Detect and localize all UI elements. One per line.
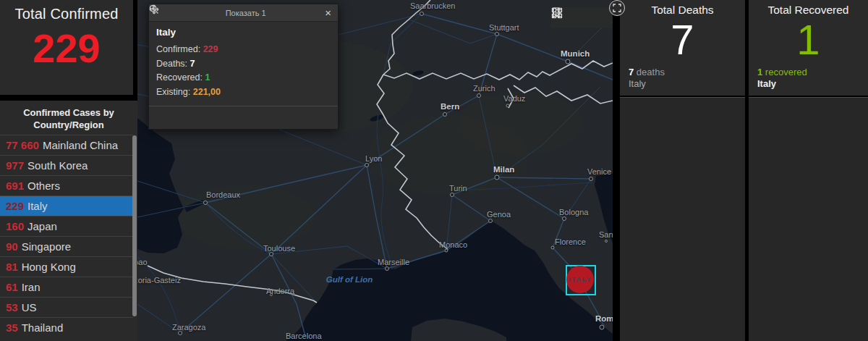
country-confirmed-count: 90 [6, 240, 18, 253]
popup-stat-row: Existing: 221,00 [156, 85, 331, 100]
country-list-item[interactable]: 53 US [0, 297, 133, 317]
country-name: Others [27, 180, 60, 192]
popup-body: Italy Confirmed: 229 Deaths: 7 Recovered… [149, 22, 338, 106]
list-header-line1: Confirmed Cases by [0, 106, 137, 119]
map-canvas[interactable]: SaarbruckenStuttgartMunichZurichVaduzBer… [137, 0, 613, 341]
city-label: Turin [449, 184, 467, 193]
country-confirmed-count: 35 [6, 321, 18, 334]
country-list-item[interactable]: 35 Thailand [0, 317, 133, 337]
sea-label: Gulf of Lion [320, 275, 378, 285]
country-list-item[interactable]: 90 Singapore [0, 236, 133, 256]
country-name: Japan [27, 220, 57, 232]
deaths-region: Italy [629, 78, 665, 90]
total-recovered-title: Total Recovered [749, 4, 868, 17]
popup-stat-row: Confirmed: 229 [156, 43, 331, 57]
country-name: Singapore [22, 240, 71, 253]
city-label: Vitoria-Gasteiz [137, 276, 181, 285]
stat-value: 1 [205, 72, 210, 83]
country-list-item[interactable]: 977 South Korea [0, 155, 133, 175]
basemap-grid-icon[interactable] [595, 11, 609, 25]
country-confirmed-count: 53 [6, 301, 18, 313]
city-label: Milan [493, 165, 514, 174]
country-name: US [22, 301, 37, 313]
country-confirmed-count: 691 [6, 180, 24, 192]
country-confirmed-count: 977 [6, 159, 24, 172]
recovered-sub-label: recovered [765, 67, 807, 77]
city-label: Saarbrucken [410, 1, 455, 10]
country-list-item[interactable]: 81 Hong Kong [0, 256, 133, 277]
legend-icon[interactable] [574, 11, 589, 25]
city-label: Marseille [378, 258, 409, 266]
italy-case-marker[interactable]: ITALY [566, 266, 594, 293]
city-label: Bordeaux [206, 190, 240, 199]
country-list-item[interactable]: 691 Others [0, 175, 133, 195]
stat-label: Existing: [156, 87, 190, 97]
city-label: Rome [595, 314, 613, 323]
deaths-sub-label: deaths [637, 67, 665, 77]
total-deaths-value: 7 [620, 18, 745, 62]
country-confirmed-count: 77 660 [6, 139, 39, 151]
recovered-region: Italy [757, 78, 807, 90]
total-deaths-title: Total Deaths [620, 4, 745, 17]
list-header: Confirmed Cases by Country/Region [0, 101, 137, 131]
stat-value: 229 [203, 44, 218, 54]
country-confirmed-count: 61 [6, 281, 18, 293]
expand-arrows-icon[interactable] [609, 0, 625, 16]
city-label: Andorra [266, 287, 294, 295]
confirmed-cases-list-panel: Confirmed Cases by Country/Region 77 660… [0, 101, 137, 341]
country-list-item[interactable]: 229 Italy [0, 195, 133, 216]
city-label: Monaco [439, 240, 467, 249]
popup-stats: Confirmed: 229 Deaths: 7 Recovered: 1 Ex… [156, 43, 331, 99]
map-popup: Показать 1 × Italy Confirmed: 229 Deaths… [148, 4, 339, 130]
list-header-line2: Country/Region [0, 119, 137, 131]
stat-label: Recovered: [156, 72, 203, 83]
selection-box: ITALY [566, 265, 596, 295]
country-name: Iran [22, 281, 41, 293]
total-recovered-value: 1 [749, 18, 868, 62]
city-label: Barcelona [286, 332, 322, 340]
country-name: Mainland China [43, 139, 118, 151]
total-confirmed-value: 229 [0, 28, 133, 69]
city-label: Genoa [487, 210, 511, 219]
total-recovered-panel: Total Recovered 1 1 recovered Italy [749, 0, 868, 96]
country-name: Italy [27, 200, 48, 212]
country-confirmed-count: 160 [6, 220, 24, 232]
close-icon[interactable]: × [318, 4, 338, 21]
country-list-item[interactable]: 61 Iran [0, 277, 133, 297]
move-pan-icon[interactable] [155, 110, 171, 126]
recovered-breakdown: 1 recovered Italy [757, 67, 807, 90]
country-confirmed-count: 229 [6, 200, 24, 212]
city-label: Stuttgart [489, 23, 519, 32]
stat-label: Deaths: [156, 59, 187, 69]
stat-value: 7 [190, 59, 195, 69]
zoom-to-icon[interactable] [178, 110, 194, 126]
marker-label: ITALY [569, 276, 592, 283]
city-label: Munich [561, 49, 590, 58]
map-toolbar [551, 7, 612, 28]
deaths-sub-value: 7 [629, 67, 634, 77]
city-label: Bologna [559, 208, 588, 216]
city-label: Lyon [365, 154, 382, 163]
country-list: 77 660 Mainland China 977 South Korea 69… [0, 135, 133, 337]
deaths-lower-panel [620, 97, 745, 341]
dashboard: Total Confirmed 229 Confirmed Cases by C… [0, 0, 868, 341]
city-label: Florence [555, 237, 586, 246]
city-label: Bilbao [137, 258, 148, 266]
country-name: Thailand [22, 321, 64, 334]
country-confirmed-count: 81 [6, 261, 18, 273]
total-confirmed-panel: Total Confirmed 229 [0, 0, 133, 95]
country-name: South Korea [27, 159, 88, 172]
deaths-breakdown: 7 deaths Italy [629, 67, 665, 90]
city-label: Venice [587, 167, 611, 176]
list-scrollbar-thumb[interactable] [132, 135, 137, 316]
total-confirmed-title: Total Confirmed [0, 6, 133, 22]
popup-stat-row: Recovered: 1 [156, 71, 331, 85]
city-label: Bern [441, 102, 459, 111]
total-deaths-panel: Total Deaths 7 7 deaths Italy [620, 0, 745, 96]
country-list-item[interactable]: 160 Japan [0, 216, 133, 236]
popup-header[interactable]: Показать 1 × [149, 4, 338, 22]
popup-title: Показать 1 [173, 9, 318, 17]
country-list-item[interactable]: 77 660 Mainland China [0, 135, 133, 155]
popup-footer [149, 106, 338, 129]
city-label: Zaragoza [172, 323, 205, 332]
